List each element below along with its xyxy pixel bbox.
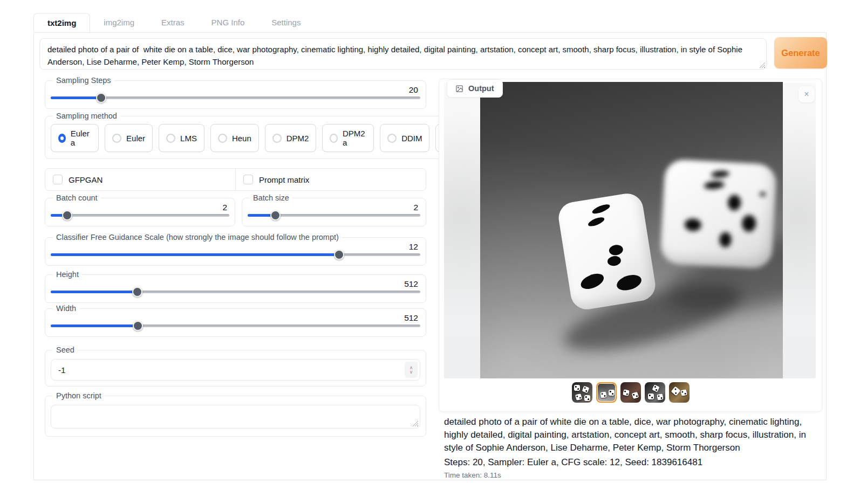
python-script-input[interactable] xyxy=(51,405,420,429)
width-slider[interactable] xyxy=(51,321,420,331)
sampling-steps-label: Sampling Steps xyxy=(53,76,114,85)
batch-count-slider[interactable] xyxy=(51,210,229,220)
txt2img-panel: detailed photo of a pair of white die on… xyxy=(33,32,827,480)
height-slider[interactable] xyxy=(51,287,420,297)
gallery-next-image-ghost[interactable] xyxy=(782,83,816,378)
prompt-matrix-option[interactable]: Prompt matrix xyxy=(235,169,426,190)
slider-thumb[interactable] xyxy=(270,210,281,220)
output-panel-tab[interactable]: Output xyxy=(447,79,503,98)
app-root: txt2img img2img Extras PNG Info Settings… xyxy=(0,0,860,504)
caption-time-taken: Time taken: 8.11s xyxy=(444,471,823,479)
generation-info: detailed photo of a pair of white die on… xyxy=(444,416,823,479)
thumbnail-1[interactable] xyxy=(572,382,592,403)
radio-icon xyxy=(272,134,282,143)
sampling-method-options: Euler a Euler LMS Heun DPM2 DPM2 a DDIM … xyxy=(51,124,487,152)
seed-label: Seed xyxy=(53,346,78,354)
radio-dpm2[interactable]: DPM2 xyxy=(265,124,317,152)
prompt-matrix-checkbox[interactable] xyxy=(243,175,253,184)
seed-group: Seed ∧ ∨ xyxy=(45,346,426,386)
tab-settings[interactable]: Settings xyxy=(258,13,314,32)
thumbnail-3[interactable] xyxy=(620,382,641,403)
height-group: Height 512 xyxy=(45,270,426,303)
thumbnail-5[interactable] xyxy=(669,382,690,403)
radio-icon xyxy=(330,134,338,143)
tab-txt2img[interactable]: txt2img xyxy=(33,13,90,32)
batch-size-group: Batch size 2 xyxy=(242,194,426,226)
slider-fill xyxy=(51,253,339,256)
sampling-steps-slider[interactable] xyxy=(51,93,420,103)
slider-track[interactable] xyxy=(51,253,420,256)
caption-prompt-text: detailed photo of a pair of white die on… xyxy=(444,416,823,454)
tab-bar: txt2img img2img Extras PNG Info Settings xyxy=(33,13,314,32)
python-script-label: Python script xyxy=(53,391,105,400)
radio-euler[interactable]: Euler xyxy=(105,124,153,152)
batch-count-group: Batch count 2 xyxy=(45,194,235,226)
tab-extras[interactable]: Extras xyxy=(148,13,198,32)
thumbnail-2-selected[interactable] xyxy=(596,382,617,403)
radio-icon xyxy=(218,134,227,143)
slider-fill xyxy=(51,291,137,293)
sampling-method-label: Sampling method xyxy=(53,112,120,120)
generate-button[interactable]: Generate xyxy=(774,37,827,68)
generated-image[interactable] xyxy=(480,82,783,378)
blurred-die xyxy=(660,159,777,270)
tab-png-info[interactable]: PNG Info xyxy=(198,13,258,32)
seed-spinner[interactable]: ∧ ∨ xyxy=(405,362,418,378)
image-icon xyxy=(455,85,463,93)
python-script-group: Python script xyxy=(45,391,426,437)
prompt-matrix-label: Prompt matrix xyxy=(259,175,309,184)
slider-track[interactable] xyxy=(51,325,420,327)
sampling-steps-group: Sampling Steps 20 xyxy=(45,76,426,109)
gallery-prev-image-ghost[interactable] xyxy=(444,83,480,378)
thumbnail-4[interactable] xyxy=(645,382,665,403)
slider-thumb[interactable] xyxy=(96,93,106,103)
batch-size-label: Batch size xyxy=(250,194,292,202)
slider-fill xyxy=(51,325,138,327)
radio-icon xyxy=(166,134,175,143)
output-panel-title: Output xyxy=(468,84,494,93)
cfg-scale-label: Classifier Free Guidance Scale (how stro… xyxy=(53,233,342,241)
caption-parameters: Steps: 20, Sampler: Euler a, CFG scale: … xyxy=(444,456,823,469)
height-label: Height xyxy=(53,270,82,279)
slider-fill xyxy=(51,96,101,99)
radio-heun[interactable]: Heun xyxy=(210,124,259,152)
cfg-scale-slider[interactable] xyxy=(51,250,420,260)
slider-thumb[interactable] xyxy=(334,250,344,260)
slider-thumb[interactable] xyxy=(133,321,143,331)
gfpgan-option[interactable]: GFPGAN xyxy=(45,169,235,190)
radio-ddim[interactable]: DDIM xyxy=(380,124,429,152)
sampling-method-group: Sampling method Euler a Euler LMS Heun D… xyxy=(45,112,493,159)
slider-track[interactable] xyxy=(51,214,229,217)
cfg-scale-group: Classifier Free Guidance Scale (how stro… xyxy=(45,233,426,266)
spinner-down-icon[interactable]: ∨ xyxy=(409,370,413,374)
close-icon[interactable]: × xyxy=(798,86,815,102)
gfpgan-label: GFPGAN xyxy=(69,175,103,184)
output-gallery: Output × xyxy=(439,79,822,412)
seed-input[interactable] xyxy=(51,359,420,381)
radio-icon xyxy=(112,134,121,143)
radio-dpm2-a[interactable]: DPM2 a xyxy=(322,124,374,152)
settings-column: Sampling Steps 20 Sampling method Euler … xyxy=(45,76,426,437)
slider-track[interactable] xyxy=(51,291,420,293)
focused-die xyxy=(556,191,657,312)
prompt-input[interactable]: detailed photo of a pair of white die on… xyxy=(39,38,767,70)
thumbnail-strip xyxy=(439,382,822,403)
gfpgan-checkbox[interactable] xyxy=(53,175,63,184)
radio-selected-icon xyxy=(58,134,66,143)
toggles-row: GFPGAN Prompt matrix xyxy=(45,168,426,191)
batch-count-label: Batch count xyxy=(53,194,101,202)
radio-icon xyxy=(387,134,397,143)
tab-img2img[interactable]: img2img xyxy=(90,13,148,32)
radio-euler-a[interactable]: Euler a xyxy=(51,124,99,152)
batch-row: Batch count 2 Batch size 2 xyxy=(45,194,426,226)
radio-lms[interactable]: LMS xyxy=(159,124,204,152)
slider-thumb[interactable] xyxy=(132,287,142,297)
slider-thumb[interactable] xyxy=(62,210,72,220)
batch-size-slider[interactable] xyxy=(248,210,420,220)
width-label: Width xyxy=(53,304,79,313)
width-group: Width 512 xyxy=(45,304,426,337)
